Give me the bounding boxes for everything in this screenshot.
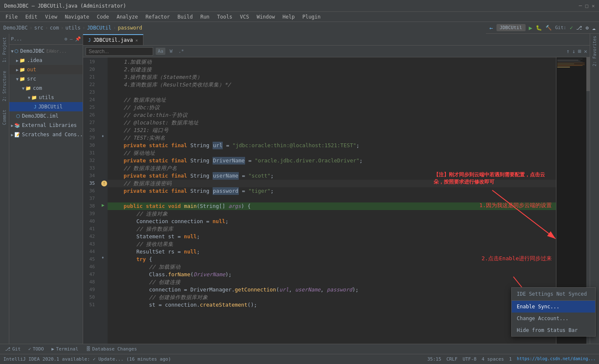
debug-button[interactable]: 🐛 (536, 25, 542, 31)
menu-help[interactable]: Help (279, 13, 298, 21)
com-folder-icon: 📁 (25, 86, 31, 91)
blog-url[interactable]: https://blog.csdn.net/daming... (517, 356, 596, 362)
tree-item-external-libs[interactable]: ▶ 📚 External Libraries (9, 121, 83, 130)
menu-analyze[interactable]: Analyze (113, 13, 141, 21)
ext-libs-icon: 📚 (14, 123, 20, 128)
git-check-icon[interactable]: ✓ (570, 24, 573, 31)
code-content[interactable]: 1.加载驱动 2.创建连接 3.操作数据库（Statement类） 4.查询数据… (108, 57, 556, 344)
sync-enable-btn[interactable]: Enable Sync... (512, 301, 595, 313)
search-word-icon[interactable]: W (168, 48, 174, 55)
tree-item-jdbcutil[interactable]: J JDBCUtil (9, 102, 83, 111)
menu-vcs[interactable]: VCS (237, 13, 253, 21)
code-line-25: // jdbc:协议 (108, 104, 556, 111)
line-numbers: 19 20 21 22 23 24 25 26 27 28 29 30 31 3… (83, 57, 101, 344)
tree-collapse-icon[interactable]: — (70, 36, 73, 42)
menu-run[interactable]: Run (197, 13, 213, 21)
tree-item-out[interactable]: ▶ 📁 out (9, 65, 83, 74)
bottom-tab-database[interactable]: 🗄 Database Changes (83, 345, 140, 353)
back-icon[interactable]: ← (489, 24, 493, 31)
maximize-btn[interactable]: □ (586, 3, 588, 9)
run-toolbar: ← JDBCUtil ▶ 🐛 🔨 Git: ✓ ⎇ ⚙ ☁ (486, 24, 599, 31)
todo-tab-icon: ✓ (28, 346, 31, 352)
tree-item-src[interactable]: ▼ 📁 src (9, 74, 83, 84)
minimize-btn[interactable]: ─ (579, 3, 582, 9)
code-line-51: st = connection. createStatement (); (108, 301, 556, 309)
breadcrumb-item-2[interactable]: com (50, 25, 59, 31)
bottom-tab-git[interactable]: ⎇ Git (2, 345, 24, 353)
breadcrumb-item-5[interactable]: password (118, 25, 142, 31)
tree-title: P... (11, 36, 22, 42)
minimap-scroll-thumb[interactable] (586, 57, 590, 91)
out-folder-icon: 📁 (19, 67, 25, 73)
run-config-selector[interactable]: JDBCUtil (496, 24, 526, 31)
tree-item-idea[interactable]: ▶ 📁 .idea (9, 56, 83, 65)
menu-code[interactable]: Code (94, 13, 113, 21)
menu-tools[interactable]: Tools (214, 13, 236, 21)
encoding[interactable]: UTF-8 (463, 356, 477, 362)
run-button[interactable]: ▶ (529, 24, 532, 31)
tree-settings-icon[interactable]: ⚙ (65, 36, 67, 42)
code-line-40: Connection connection = null ; (108, 218, 556, 225)
code-line-24: // 数据库的地址 (108, 96, 556, 104)
search-filter-icon[interactable]: ⊞ (578, 48, 581, 54)
sidebar-tab-project[interactable]: 1: Project (2, 37, 7, 62)
breadcrumb-item-4[interactable]: JDBCUtil (87, 25, 111, 31)
tree-item-iml[interactable]: ⬡ DemoJDBC.iml (9, 111, 83, 121)
status-bar: IntelliJ IDEA 2020.1 available: ✓ Update… (0, 354, 599, 364)
cloud-icon[interactable]: ☁ (592, 24, 596, 31)
indent-indicator[interactable]: 4 spaces (482, 356, 504, 362)
code-line-20: 2.创建连接 (108, 66, 556, 73)
menu-window[interactable]: Window (253, 13, 278, 21)
tab-close-btn[interactable]: ✕ (135, 38, 138, 43)
git-merge-icon[interactable]: ⎇ (576, 25, 582, 31)
menu-edit[interactable]: Edit (22, 13, 41, 21)
menu-file[interactable]: File (2, 13, 21, 21)
menu-navigate[interactable]: Navigate (62, 13, 93, 21)
search-down-icon[interactable]: ↓ (572, 48, 576, 54)
search-up-icon[interactable]: ↑ (567, 48, 570, 54)
window-title: DemoJDBC – JDBCUtil.java (Administrator) (4, 3, 126, 9)
settings-icon[interactable]: ⚙ (586, 25, 588, 31)
menu-view[interactable]: View (42, 13, 61, 21)
git-tab-icon: ⎇ (5, 346, 11, 352)
breadcrumb-item-3[interactable]: utils (65, 25, 81, 31)
code-line-48: // 创建连接 (108, 278, 556, 286)
build-button[interactable]: 🔨 (545, 25, 552, 31)
gutter: ▶ ! ♦ ♦ (101, 57, 108, 344)
breadcrumb-item-1[interactable]: src (34, 25, 43, 31)
line-ending[interactable]: CRLF (446, 356, 458, 362)
bottom-tab-terminal[interactable]: ▶ Terminal (48, 345, 82, 353)
tree-item-scratches[interactable]: ▶ 📝 Scratches and Cons... (9, 130, 83, 139)
bookmark-icon-29: ♦ (102, 134, 104, 138)
sync-hide-btn[interactable]: Hide from Status Bar (512, 324, 595, 336)
menu-refactor[interactable]: Refactor (142, 13, 173, 21)
code-line-42: Statement st = null ; (108, 233, 556, 240)
tree-item-utils[interactable]: ▼ 📁 utils (9, 93, 83, 102)
tree-item-com[interactable]: ▼ 📁 com (9, 84, 83, 93)
menu-build[interactable]: Build (174, 13, 196, 21)
status-right: 35:15 CRLF UTF-8 4 spaces 1 https://blog… (427, 356, 596, 362)
code-line-26: // oracle:thin-子协议 (108, 111, 556, 119)
git-label: Git: (555, 25, 567, 30)
menu-plugin[interactable]: Plugin (299, 13, 324, 21)
search-bar: Aa W .* ↑ ↓ ⊞ ✕ (83, 46, 590, 57)
sidebar-tab-commit[interactable]: Commit (2, 110, 7, 125)
bottom-tab-todo[interactable]: ✓ TODO (25, 345, 47, 353)
search-input[interactable] (86, 47, 153, 56)
src-folder-icon: 📁 (19, 76, 25, 82)
right-sidebar-tab-2favorites[interactable]: 2: Favorites (592, 36, 597, 66)
sidebar-tab-structure[interactable]: 2: Structure (2, 71, 7, 101)
run-gutter-icon[interactable]: ▶ (102, 202, 105, 208)
close-btn[interactable]: ✕ (592, 3, 595, 9)
tree-item-demojdbc[interactable]: ▼ ⬡ DemoJDBC EAWor... (9, 46, 83, 56)
code-line-27: // @localhost: 数据库地址 (108, 119, 556, 127)
sync-change-account-btn[interactable]: Change Account... (512, 313, 595, 324)
search-match-case-icon[interactable]: Aa (156, 48, 165, 55)
editor-tab-jdbcutil[interactable]: J JDBCUtil.java ✕ (83, 34, 143, 45)
annotation-note1: 【注】刚才同步到云端中若遇到需要配置，点击云朵，按照要求进行修改即可 (434, 171, 552, 186)
tree-pin-icon[interactable]: 📌 (75, 36, 81, 42)
code-line-41: // 操作数据库 (108, 225, 556, 233)
search-regex-icon[interactable]: .* (177, 48, 186, 55)
search-close-icon[interactable]: ✕ (584, 48, 587, 54)
breadcrumb-item-0[interactable]: DemoJDBC (3, 25, 28, 31)
